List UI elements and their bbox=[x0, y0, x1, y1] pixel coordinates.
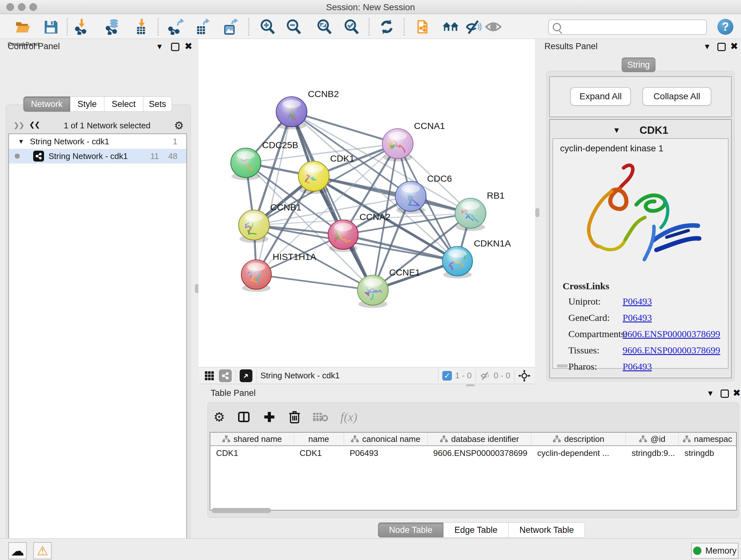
panel-float-icon[interactable]: ▼ bbox=[156, 42, 163, 51]
panel-close-icon[interactable]: ✖ bbox=[730, 42, 738, 51]
help-button[interactable]: ? bbox=[718, 19, 733, 35]
column-header-1[interactable]: name bbox=[294, 433, 344, 445]
panel-maximize-icon[interactable] bbox=[718, 43, 726, 51]
protein-structure-image bbox=[571, 157, 711, 278]
zoom-in-button[interactable] bbox=[259, 18, 276, 36]
collection-label: String Network - cdk1 bbox=[30, 137, 110, 146]
expand-all-icon[interactable]: ❯❯ bbox=[30, 121, 40, 130]
string-home-button[interactable] bbox=[442, 18, 459, 36]
results-panel-title: Results Panel bbox=[544, 42, 598, 51]
panel-maximize-icon[interactable] bbox=[721, 389, 729, 398]
cloud-status-button[interactable]: ☁ bbox=[8, 542, 27, 559]
right-splitter-handle[interactable] bbox=[536, 208, 539, 217]
function-builder-icon[interactable]: f(x) bbox=[340, 410, 357, 424]
expander-icon[interactable]: ▼ bbox=[18, 138, 24, 145]
refresh-button[interactable] bbox=[378, 18, 395, 36]
tab-network-table[interactable]: Network Table bbox=[509, 522, 585, 538]
horizontal-scrollbar-thumb[interactable] bbox=[557, 364, 568, 368]
export-table-button[interactable] bbox=[193, 18, 210, 36]
tab-node-table[interactable]: Node Table bbox=[378, 522, 444, 538]
table-horizontal-scrollbar-thumb[interactable] bbox=[212, 508, 271, 513]
crosslink-row: Uniprot: P06493 bbox=[562, 296, 720, 307]
panel-float-icon[interactable]: ▼ bbox=[706, 389, 714, 398]
expand-collapse-box: Expand All Collapse All bbox=[549, 76, 732, 117]
svg-text:CCNB1: CCNB1 bbox=[270, 202, 301, 212]
add-column-icon[interactable] bbox=[263, 410, 276, 424]
tab-network[interactable]: Network bbox=[23, 97, 70, 112]
show-all-button[interactable] bbox=[485, 18, 502, 36]
tab-style[interactable]: Style bbox=[70, 97, 105, 112]
warnings-button[interactable]: ⚠ bbox=[33, 542, 52, 559]
grid-view-icon[interactable] bbox=[203, 369, 216, 382]
tab-sets[interactable]: Sets bbox=[143, 97, 172, 112]
column-header-0[interactable]: shared name bbox=[210, 433, 294, 445]
table-row[interactable]: CDK1CDK1P064939606.ENSP00000378699cyclin… bbox=[210, 446, 736, 460]
memory-button[interactable]: Memory bbox=[691, 543, 738, 559]
cell-4[interactable]: cyclin-dependent ... bbox=[531, 448, 626, 458]
delete-table-icon[interactable] bbox=[313, 411, 328, 423]
cell-6[interactable]: stringdb bbox=[679, 448, 736, 458]
panel-close-icon[interactable]: ✖ bbox=[733, 389, 741, 397]
cell-3[interactable]: 9606.ENSP00000378699 bbox=[428, 448, 532, 458]
node-table-container: ⚙ f(x) bbox=[207, 402, 739, 518]
collapse-all-icon[interactable]: ❯❯ bbox=[13, 121, 24, 130]
save-session-button[interactable] bbox=[42, 18, 59, 36]
column-header-2[interactable]: canonical name bbox=[344, 433, 428, 445]
cell-2[interactable]: P06493 bbox=[344, 448, 428, 458]
collapse-section-icon[interactable]: ▼ bbox=[613, 126, 620, 135]
network-label: String Network - cdk1 bbox=[49, 151, 128, 161]
export-image-button[interactable] bbox=[221, 18, 239, 36]
pan-crosshair-icon[interactable] bbox=[518, 370, 530, 382]
network-row[interactable]: String Network - cdk1 11 48 bbox=[9, 149, 186, 164]
open-session-button[interactable] bbox=[14, 18, 31, 36]
delete-column-trash-icon[interactable] bbox=[288, 410, 301, 424]
crosslinks-heading: CrossLinks bbox=[562, 281, 720, 292]
compartments-link[interactable]: 9606.ENSP00000378699 bbox=[623, 328, 720, 339]
export-network-button[interactable] bbox=[167, 18, 185, 36]
genecard-link[interactable]: P06493 bbox=[623, 312, 652, 323]
network-share-icon[interactable] bbox=[219, 369, 232, 382]
string-network-view[interactable]: CCNB2CCNA1CDC25BCDK1CDC6RB1CCNB1CCNA2CDK… bbox=[199, 39, 535, 367]
toolbar-separator bbox=[67, 18, 68, 36]
column-header-4[interactable]: description bbox=[531, 433, 626, 445]
import-table-button[interactable] bbox=[133, 18, 150, 36]
panel-maximize-icon[interactable] bbox=[171, 43, 179, 51]
zoom-selected-button[interactable] bbox=[343, 18, 360, 36]
search-input[interactable] bbox=[563, 22, 701, 32]
panel-close-icon[interactable]: ✖ bbox=[185, 42, 192, 51]
column-header-3[interactable]: database identifier bbox=[428, 433, 532, 445]
network-collection-row[interactable]: ▼ String Network - cdk1 1 bbox=[9, 134, 186, 149]
selected-checkbox-icon[interactable]: ✓ bbox=[442, 371, 452, 381]
collapse-all-button[interactable]: Collapse All bbox=[643, 87, 711, 106]
cell-0[interactable]: CDK1 bbox=[210, 448, 294, 458]
pharos-link[interactable]: P06493 bbox=[623, 361, 652, 372]
import-database-button[interactable] bbox=[105, 18, 122, 36]
table-header-row: shared namenamecanonical namedatabase id… bbox=[210, 433, 736, 446]
tissues-link[interactable]: 9606.ENSP00000378699 bbox=[623, 345, 720, 356]
hidden-eye-icon[interactable] bbox=[480, 371, 490, 381]
import-network-button[interactable] bbox=[74, 18, 91, 36]
zoom-fit-button[interactable] bbox=[316, 18, 333, 36]
gear-icon[interactable]: ⚙ bbox=[174, 119, 184, 132]
network-canvas[interactable]: CCNB2CCNA1CDC25BCDK1CDC6RB1CCNB1CCNA2CDK… bbox=[199, 39, 535, 367]
zoom-out-button[interactable] bbox=[285, 18, 302, 36]
share-network-file-button[interactable] bbox=[415, 18, 432, 36]
birdseye-view-icon[interactable] bbox=[240, 369, 253, 382]
expand-all-button[interactable]: Expand All bbox=[570, 87, 631, 106]
toolbar-separator bbox=[438, 369, 439, 382]
table-settings-gear-icon[interactable]: ⚙ bbox=[213, 410, 225, 424]
cell-5[interactable]: stringdb:9... bbox=[626, 448, 679, 458]
tab-string[interactable]: String bbox=[622, 57, 656, 72]
tab-select[interactable]: Select bbox=[105, 97, 143, 112]
protein-details: cyclin-dependent kinase 1 bbox=[552, 138, 729, 369]
protein-card-header[interactable]: ▼ CDK1 bbox=[550, 124, 731, 136]
column-header-5[interactable]: @id bbox=[626, 433, 679, 445]
uniprot-link[interactable]: P06493 bbox=[623, 296, 652, 307]
cell-1[interactable]: CDK1 bbox=[294, 448, 344, 458]
tab-edge-table[interactable]: Edge Table bbox=[444, 522, 509, 538]
hide-unselected-button[interactable] bbox=[465, 18, 482, 36]
split-columns-icon[interactable] bbox=[237, 410, 251, 424]
column-header-6[interactable]: namespac bbox=[679, 433, 736, 445]
panel-float-icon[interactable]: ▼ bbox=[703, 42, 711, 51]
control-panel-tabs: Network Style Select Sets bbox=[23, 97, 172, 112]
